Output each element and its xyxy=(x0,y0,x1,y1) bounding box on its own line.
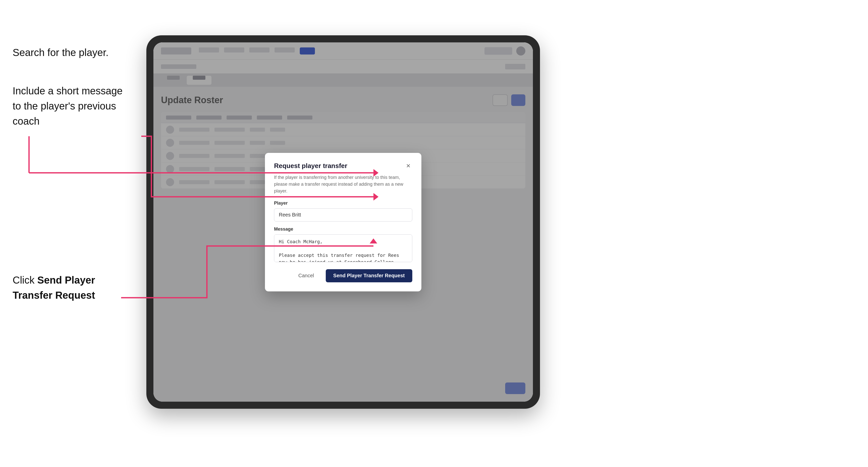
tablet-frame: Update Roster xyxy=(146,35,540,409)
player-field-label: Player xyxy=(274,200,412,206)
modal-title-row: Request player transfer ✕ xyxy=(274,162,412,170)
player-search-input[interactable] xyxy=(274,208,412,221)
tablet-screen: Update Roster xyxy=(153,42,533,402)
modal-title: Request player transfer xyxy=(274,162,347,170)
message-textarea[interactable]: Hi Coach McHarg, Please accept this tran… xyxy=(274,235,412,262)
modal-overlay: Request player transfer ✕ If the player … xyxy=(153,42,533,402)
modal-footer: Cancel Send Player Transfer Request xyxy=(274,269,412,282)
modal-close-button[interactable]: ✕ xyxy=(404,162,412,170)
annotation-step1: Search for the player. xyxy=(12,45,108,60)
annotation-step3: Click Send Player Transfer Request xyxy=(12,273,134,303)
request-transfer-modal: Request player transfer ✕ If the player … xyxy=(265,153,422,291)
annotation-step2: Include a short messageto the player's p… xyxy=(12,83,134,129)
send-transfer-request-button[interactable]: Send Player Transfer Request xyxy=(326,269,412,282)
message-field-label: Message xyxy=(274,226,412,232)
app-container: Update Roster xyxy=(153,42,533,402)
tablet-device: Update Roster xyxy=(146,35,540,409)
modal-description: If the player is transferring from anoth… xyxy=(274,174,412,194)
cancel-button[interactable]: Cancel xyxy=(291,269,321,282)
